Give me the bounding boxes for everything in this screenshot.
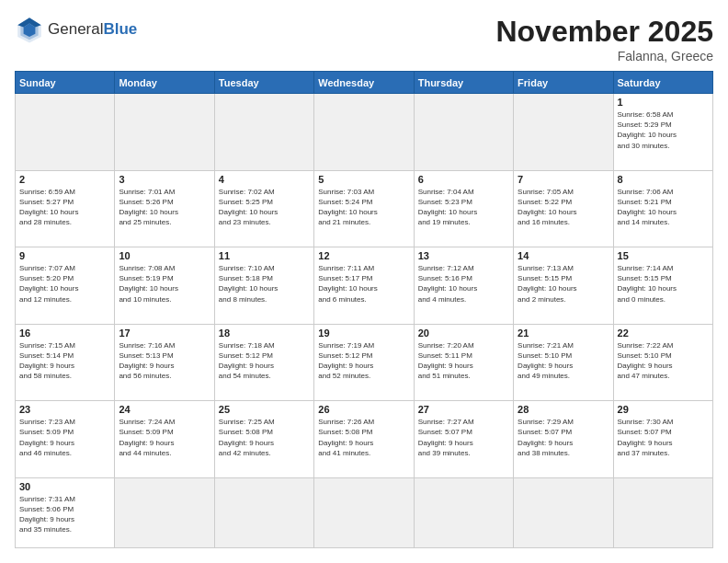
day-number: 16 (19, 327, 110, 339)
day-info: Sunrise: 7:29 AM Sunset: 5:07 PM Dayligh… (518, 417, 609, 458)
day-number: 2 (19, 174, 110, 185)
calendar-cell: 4Sunrise: 7:02 AM Sunset: 5:25 PM Daylig… (214, 170, 313, 247)
logo-icon (15, 15, 44, 44)
calendar-cell: 25Sunrise: 7:25 AM Sunset: 5:08 PM Dayli… (214, 401, 313, 478)
day-info: Sunrise: 7:31 AM Sunset: 5:06 PM Dayligh… (19, 494, 110, 535)
calendar-cell: 5Sunrise: 7:03 AM Sunset: 5:24 PM Daylig… (314, 170, 414, 247)
day-info: Sunrise: 7:06 AM Sunset: 5:21 PM Dayligh… (618, 187, 709, 228)
day-number: 24 (119, 404, 210, 415)
calendar-cell: 29Sunrise: 7:30 AM Sunset: 5:07 PM Dayli… (613, 401, 712, 478)
weekday-header-tuesday: Tuesday (214, 72, 313, 94)
calendar-cell: 11Sunrise: 7:10 AM Sunset: 5:18 PM Dayli… (214, 247, 313, 325)
calendar-cell: 14Sunrise: 7:13 AM Sunset: 5:15 PM Dayli… (514, 247, 613, 325)
day-number: 28 (518, 404, 609, 415)
day-info: Sunrise: 6:59 AM Sunset: 5:27 PM Dayligh… (19, 187, 110, 228)
day-info: Sunrise: 7:03 AM Sunset: 5:24 PM Dayligh… (318, 187, 409, 228)
weekday-header-thursday: Thursday (414, 72, 513, 94)
weekday-header-wednesday: Wednesday (314, 72, 414, 94)
calendar-cell: 16Sunrise: 7:15 AM Sunset: 5:14 PM Dayli… (16, 324, 115, 401)
calendar-cell: 15Sunrise: 7:14 AM Sunset: 5:15 PM Dayli… (613, 247, 712, 325)
day-number: 27 (418, 404, 509, 415)
day-info: Sunrise: 7:20 AM Sunset: 5:11 PM Dayligh… (418, 340, 509, 382)
calendar-cell (314, 477, 414, 547)
calendar-cell: 27Sunrise: 7:27 AM Sunset: 5:07 PM Dayli… (414, 401, 513, 478)
day-info: Sunrise: 7:24 AM Sunset: 5:09 PM Dayligh… (119, 417, 210, 458)
day-info: Sunrise: 7:11 AM Sunset: 5:17 PM Dayligh… (318, 263, 409, 304)
day-info: Sunrise: 7:15 AM Sunset: 5:14 PM Dayligh… (19, 340, 110, 382)
location: Falanna, Greece (495, 49, 713, 63)
calendar-cell: 10Sunrise: 7:08 AM Sunset: 5:19 PM Dayli… (115, 247, 214, 325)
day-info: Sunrise: 7:01 AM Sunset: 5:26 PM Dayligh… (119, 187, 210, 228)
calendar-cell: 8Sunrise: 7:06 AM Sunset: 5:21 PM Daylig… (613, 170, 712, 247)
day-info: Sunrise: 7:30 AM Sunset: 5:07 PM Dayligh… (618, 417, 709, 458)
logo: GeneralBlue (15, 15, 137, 44)
calendar-cell: 23Sunrise: 7:23 AM Sunset: 5:09 PM Dayli… (16, 401, 115, 478)
calendar-cell (414, 477, 513, 547)
day-number: 3 (119, 174, 210, 185)
calendar-cell: 18Sunrise: 7:18 AM Sunset: 5:12 PM Dayli… (214, 324, 313, 401)
day-info: Sunrise: 7:04 AM Sunset: 5:23 PM Dayligh… (418, 187, 509, 228)
day-number: 20 (418, 327, 509, 339)
calendar-cell (115, 94, 214, 171)
weekday-header-sunday: Sunday (16, 72, 115, 94)
day-info: Sunrise: 7:12 AM Sunset: 5:16 PM Dayligh… (418, 263, 509, 304)
day-number: 13 (418, 250, 509, 261)
day-number: 10 (119, 250, 210, 261)
calendar-cell: 20Sunrise: 7:20 AM Sunset: 5:11 PM Dayli… (414, 324, 513, 401)
calendar-cell (214, 94, 313, 171)
calendar-cell: 22Sunrise: 7:22 AM Sunset: 5:10 PM Dayli… (613, 324, 712, 401)
calendar-cell (16, 94, 115, 171)
calendar-cell (414, 94, 513, 171)
calendar-cell: 9Sunrise: 7:07 AM Sunset: 5:20 PM Daylig… (16, 247, 115, 325)
calendar-cell (613, 477, 712, 547)
day-number: 17 (119, 327, 210, 339)
weekday-header-friday: Friday (514, 72, 613, 94)
calendar-week-row: 1Sunrise: 6:58 AM Sunset: 5:29 PM Daylig… (16, 94, 713, 171)
day-number: 4 (219, 174, 310, 185)
day-number: 21 (518, 327, 609, 339)
calendar-cell (314, 94, 414, 171)
calendar-cell (214, 477, 313, 547)
day-number: 22 (618, 327, 709, 339)
calendar-cell: 7Sunrise: 7:05 AM Sunset: 5:22 PM Daylig… (514, 170, 613, 247)
calendar-cell: 3Sunrise: 7:01 AM Sunset: 5:26 PM Daylig… (115, 170, 214, 247)
calendar-cell: 24Sunrise: 7:24 AM Sunset: 5:09 PM Dayli… (115, 401, 214, 478)
weekday-header-saturday: Saturday (613, 72, 712, 94)
calendar-cell: 30Sunrise: 7:31 AM Sunset: 5:06 PM Dayli… (16, 477, 115, 547)
day-info: Sunrise: 7:23 AM Sunset: 5:09 PM Dayligh… (19, 417, 110, 458)
weekday-header-monday: Monday (115, 72, 214, 94)
calendar-cell: 17Sunrise: 7:16 AM Sunset: 5:13 PM Dayli… (115, 324, 214, 401)
day-number: 7 (518, 174, 609, 185)
day-info: Sunrise: 7:07 AM Sunset: 5:20 PM Dayligh… (19, 263, 110, 304)
day-number: 8 (618, 174, 709, 185)
calendar-cell (514, 477, 613, 547)
calendar-cell: 13Sunrise: 7:12 AM Sunset: 5:16 PM Dayli… (414, 247, 513, 325)
calendar-week-row: 23Sunrise: 7:23 AM Sunset: 5:09 PM Dayli… (16, 401, 713, 478)
day-number: 1 (618, 97, 709, 108)
calendar-cell: 28Sunrise: 7:29 AM Sunset: 5:07 PM Dayli… (514, 401, 613, 478)
day-number: 5 (318, 174, 409, 185)
day-number: 11 (219, 250, 310, 261)
day-info: Sunrise: 7:18 AM Sunset: 5:12 PM Dayligh… (219, 340, 310, 382)
day-info: Sunrise: 7:16 AM Sunset: 5:13 PM Dayligh… (119, 340, 210, 382)
calendar-cell: 12Sunrise: 7:11 AM Sunset: 5:17 PM Dayli… (314, 247, 414, 325)
title-block: November 2025 Falanna, Greece (495, 15, 713, 63)
day-info: Sunrise: 7:14 AM Sunset: 5:15 PM Dayligh… (618, 263, 709, 304)
day-info: Sunrise: 7:25 AM Sunset: 5:08 PM Dayligh… (219, 417, 310, 458)
calendar-week-row: 30Sunrise: 7:31 AM Sunset: 5:06 PM Dayli… (16, 477, 713, 547)
day-number: 23 (19, 404, 110, 415)
calendar-cell: 26Sunrise: 7:26 AM Sunset: 5:08 PM Dayli… (314, 401, 414, 478)
calendar-page: GeneralBlue November 2025 Falanna, Greec… (0, 0, 728, 563)
day-number: 14 (518, 250, 609, 261)
day-info: Sunrise: 7:10 AM Sunset: 5:18 PM Dayligh… (219, 263, 310, 304)
calendar-week-row: 16Sunrise: 7:15 AM Sunset: 5:14 PM Dayli… (16, 324, 713, 401)
calendar-table: SundayMondayTuesdayWednesdayThursdayFrid… (15, 71, 713, 548)
day-info: Sunrise: 7:05 AM Sunset: 5:22 PM Dayligh… (518, 187, 609, 228)
day-number: 9 (19, 250, 110, 261)
day-number: 25 (219, 404, 310, 415)
day-info: Sunrise: 7:27 AM Sunset: 5:07 PM Dayligh… (418, 417, 509, 458)
calendar-cell (514, 94, 613, 171)
calendar-week-row: 9Sunrise: 7:07 AM Sunset: 5:20 PM Daylig… (16, 247, 713, 325)
day-number: 19 (318, 327, 409, 339)
day-info: Sunrise: 7:13 AM Sunset: 5:15 PM Dayligh… (518, 263, 609, 304)
